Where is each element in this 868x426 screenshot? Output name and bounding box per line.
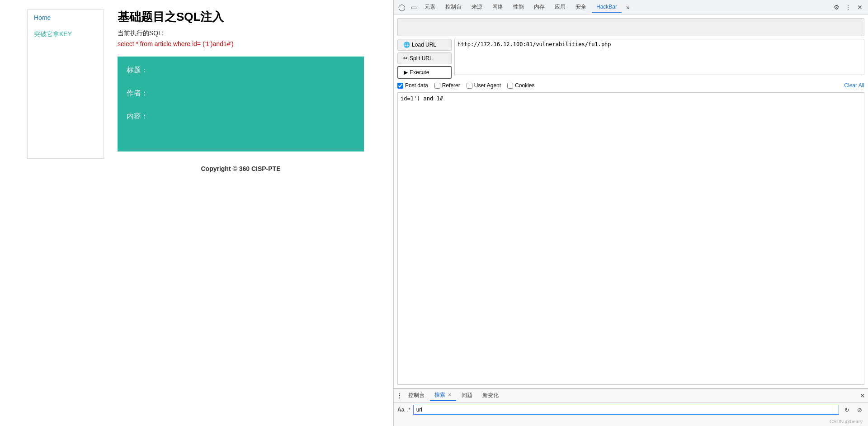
referer-checkbox[interactable] xyxy=(434,83,440,89)
watermark: CSDN @beirry xyxy=(394,417,868,426)
devtools-bottom: ⋮ 控制台 搜索 ✕ 问题 新变化 ✕ Aa .* ↻ ⊘ CSDN @beir… xyxy=(394,388,868,426)
devtools-close-icon[interactable]: ✕ xyxy=(854,2,865,13)
bottom-search-input[interactable] xyxy=(413,405,839,415)
bottom-close-btn[interactable]: ✕ xyxy=(860,392,865,399)
main-content: 基础题目之SQL注入 当前执行的SQL: select * from artic… xyxy=(118,9,393,172)
hackbar-main: 🌐 Load URL ✂ Split URL ▶ Execute http://… xyxy=(397,39,864,79)
user-agent-checkbox[interactable] xyxy=(467,83,472,89)
bottom-toolbar: ⋮ 控制台 搜索 ✕ 问题 新变化 ✕ xyxy=(394,389,868,402)
more-tabs-icon[interactable]: » xyxy=(623,2,633,13)
hackbar-left-btns: 🌐 Load URL ✂ Split URL ▶ Execute xyxy=(397,39,452,79)
device-icon[interactable]: ▭ xyxy=(408,2,419,13)
checkbox-row: Post data Referer User Agent Cookies Cle… xyxy=(397,81,864,90)
devtools-menu-icon[interactable]: ⋮ xyxy=(843,2,854,13)
execute-icon: ▶ xyxy=(404,69,408,76)
load-url-icon: 🌐 xyxy=(403,42,410,48)
referer-checkbox-label[interactable]: Referer xyxy=(434,82,460,89)
title-field: 标题： xyxy=(127,66,355,75)
cookies-checkbox[interactable] xyxy=(507,83,513,89)
user-agent-checkbox-label[interactable]: User Agent xyxy=(467,82,501,89)
tab-hackbar[interactable]: HackBar xyxy=(592,2,622,13)
post-data-checkbox-label[interactable]: Post data xyxy=(397,82,428,89)
devtools-settings-icon[interactable]: ⚙ xyxy=(831,2,842,13)
devtools-panel: ◯ ▭ 元素 控制台 来源 网络 性能 内存 应用 安全 HackBar » ⚙… xyxy=(393,0,868,426)
tab-network[interactable]: 网络 xyxy=(488,1,508,13)
tab-security[interactable]: 安全 xyxy=(571,1,591,13)
load-url-button[interactable]: 🌐 Load URL xyxy=(397,39,452,51)
search-refresh-icon[interactable]: ↻ xyxy=(842,405,852,415)
nav-home[interactable]: Home xyxy=(28,9,104,26)
tab-bottom-changes[interactable]: 新变化 xyxy=(478,390,503,401)
page-title: 基础题目之SQL注入 xyxy=(118,9,393,25)
sql-label: 当前执行的SQL: xyxy=(118,29,393,38)
content-field: 内容： xyxy=(127,112,355,121)
split-url-icon: ✂ xyxy=(403,55,408,62)
devtools-toolbar: ◯ ▭ 元素 控制台 来源 网络 性能 内存 应用 安全 HackBar » ⚙… xyxy=(394,0,868,14)
aa-label: Aa xyxy=(397,407,404,413)
url-input[interactable]: http://172.16.12.100:81/vulnerabilities/… xyxy=(454,39,864,75)
search-tab-close[interactable]: ✕ xyxy=(448,392,452,398)
cookies-checkbox-label[interactable]: Cookies xyxy=(507,82,534,89)
author-field: 作者： xyxy=(127,89,355,98)
tab-memory[interactable]: 内存 xyxy=(529,1,549,13)
bottom-search-row: Aa .* ↻ ⊘ xyxy=(394,402,868,417)
tab-console[interactable]: 控制台 xyxy=(441,1,466,13)
copyright: Copyright © 360 CISP-PTE xyxy=(118,165,364,172)
left-nav: Home 突破它拿KEY xyxy=(27,9,104,159)
sql-query: select * from article where id= ('1')and… xyxy=(118,40,393,47)
tab-bottom-console[interactable]: 控制台 xyxy=(404,390,429,401)
search-clear-icon[interactable]: ⊘ xyxy=(854,405,864,415)
regex-label: .* xyxy=(407,407,410,412)
hackbar-area: 🌐 Load URL ✂ Split URL ▶ Execute http://… xyxy=(394,14,868,388)
tab-sources[interactable]: 来源 xyxy=(467,1,487,13)
tab-elements[interactable]: 元素 xyxy=(420,1,440,13)
tab-bottom-issues[interactable]: 问题 xyxy=(457,390,477,401)
clear-all-button[interactable]: Clear All xyxy=(844,82,864,89)
post-data-textarea[interactable]: id=1') and 1# xyxy=(397,92,864,385)
post-data-checkbox[interactable] xyxy=(397,83,403,89)
tab-application[interactable]: 应用 xyxy=(550,1,570,13)
article-box: 标题： 作者： 内容： xyxy=(118,57,364,151)
execute-button[interactable]: ▶ Execute xyxy=(397,66,452,79)
bottom-menu-icon[interactable]: ⋮ xyxy=(396,392,403,399)
inspect-icon[interactable]: ◯ xyxy=(396,2,407,13)
split-url-button[interactable]: ✂ Split URL xyxy=(397,52,452,64)
tab-bottom-search[interactable]: 搜索 ✕ xyxy=(430,390,456,401)
nav-key[interactable]: 突破它拿KEY xyxy=(28,26,104,43)
tab-performance[interactable]: 性能 xyxy=(509,1,528,13)
